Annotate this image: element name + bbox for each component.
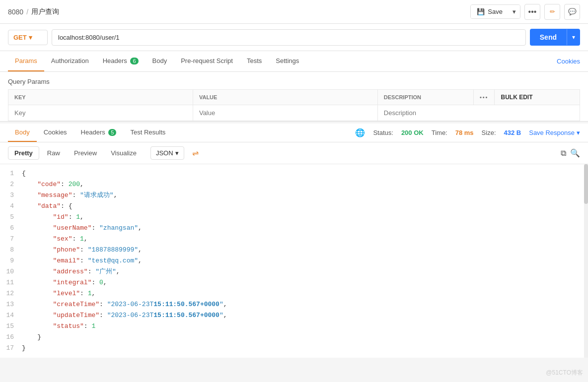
tab-headers[interactable]: Headers 6	[96, 51, 146, 71]
col-description: DESCRIPTION	[377, 90, 473, 105]
response-section: Body Cookies Headers 5 Test Results 🌐 St…	[0, 124, 588, 358]
key-field[interactable]	[14, 109, 187, 117]
line-content-9: "email": "test@qq.com",	[22, 255, 584, 266]
line-content-14: "updateTime": "2023-06-23T15:11:50.567+0…	[22, 310, 584, 321]
tab-pre-request[interactable]: Pre-request Script	[174, 51, 240, 71]
tab-settings-label: Settings	[276, 57, 299, 64]
code-line-15: 15 "status": 1	[0, 321, 588, 332]
format-tabs-group: Pretty Raw Preview Visualize JSON ▾ ⇌	[8, 146, 199, 160]
format-bar-actions: ⧉ 🔍	[561, 148, 580, 158]
line-content-17: }	[22, 343, 584, 354]
format-tab-preview[interactable]: Preview	[68, 147, 103, 159]
tab-body[interactable]: Body	[146, 51, 174, 71]
code-line-7: 7 "sex": 1,	[0, 234, 588, 245]
line-num-2: 2	[4, 179, 22, 190]
save-icon: 💾	[477, 8, 485, 15]
comment-button[interactable]: 💬	[564, 4, 580, 20]
line-num-12: 12	[4, 288, 22, 299]
cookies-link[interactable]: Cookies	[557, 52, 580, 71]
method-select[interactable]: GET ▾	[8, 30, 48, 45]
header-actions: 💾 Save ▾ ••• ✏ 💬	[470, 4, 580, 20]
line-num-4: 4	[4, 201, 22, 212]
url-input[interactable]	[52, 29, 526, 46]
save-dropdown-arrow[interactable]: ▾	[509, 5, 520, 18]
response-tab-test-results[interactable]: Test Results	[123, 124, 172, 142]
response-tab-headers[interactable]: Headers 5	[74, 124, 124, 142]
code-line-2: 2 "code": 200,	[0, 179, 588, 190]
response-tab-cookies[interactable]: Cookies	[37, 124, 74, 142]
code-line-1: 1 {	[0, 168, 588, 179]
line-num-3: 3	[4, 190, 22, 201]
col-key: KEY	[8, 90, 193, 105]
tab-authorization[interactable]: Authorization	[44, 51, 96, 71]
response-tab-body[interactable]: Body	[8, 124, 37, 142]
copy-icon[interactable]: ⧉	[561, 149, 566, 158]
scrollbar-track[interactable]	[584, 164, 588, 358]
send-button-group[interactable]: Send ▾	[530, 29, 580, 46]
col-value: VALUE	[193, 90, 377, 105]
scrollbar-thumb[interactable]	[584, 164, 588, 204]
param-key-input[interactable]	[8, 105, 193, 121]
tab-tests[interactable]: Tests	[240, 51, 269, 71]
tab-authorization-label: Authorization	[51, 57, 89, 64]
save-button[interactable]: 💾 Save	[471, 5, 509, 18]
code-line-11: 11 "integral": 0,	[0, 277, 588, 288]
param-value-input[interactable]	[193, 105, 377, 121]
request-tabs: Params Authorization Headers 6 Body Pre-…	[0, 51, 588, 72]
json-dropdown-arrow: ▾	[175, 149, 179, 157]
send-dropdown-arrow[interactable]: ▾	[567, 29, 580, 45]
line-content-4: "data": {	[22, 201, 584, 212]
line-content-15: "status": 1	[22, 321, 584, 332]
format-tab-pretty[interactable]: Pretty	[8, 146, 39, 160]
line-content-8: "phone": "18878889999",	[22, 245, 584, 255]
more-options-button[interactable]: •••	[524, 4, 540, 20]
save-response-arrow: ▾	[577, 129, 580, 136]
response-headers-badge: 5	[108, 129, 116, 136]
search-icon[interactable]: 🔍	[570, 148, 580, 158]
line-num-15: 15	[4, 321, 22, 332]
response-tabs: Body Cookies Headers 5 Test Results 🌐 St…	[0, 124, 588, 142]
format-tab-visualize[interactable]: Visualize	[105, 147, 143, 159]
code-line-6: 6 "userName": "zhangsan",	[0, 223, 588, 234]
line-num-17: 17	[4, 343, 22, 354]
bulk-edit-label[interactable]: Bulk Edit	[501, 94, 532, 101]
table-row	[8, 105, 580, 121]
send-button[interactable]: Send	[530, 29, 567, 46]
save-button-group[interactable]: 💾 Save ▾	[470, 4, 520, 19]
tab-params[interactable]: Params	[8, 51, 44, 71]
code-line-5: 5 "id": 1,	[0, 212, 588, 223]
headers-badge: 6	[130, 58, 138, 64]
tab-headers-label: Headers	[103, 57, 129, 64]
param-description-input[interactable]	[377, 105, 580, 121]
line-num-13: 13	[4, 299, 22, 310]
json-label: JSON	[156, 149, 173, 157]
wrap-icon[interactable]: ⇌	[192, 148, 199, 158]
tab-name-label: 用户查询	[31, 7, 59, 16]
time-value: 78 ms	[455, 129, 474, 136]
status-label: Status:	[373, 129, 393, 136]
line-content-5: "id": 1,	[22, 212, 584, 223]
tab-params-label: Params	[15, 57, 37, 64]
line-content-16: }	[22, 332, 584, 343]
format-tab-raw[interactable]: Raw	[41, 147, 66, 159]
save-response-button[interactable]: Save Response ▾	[529, 129, 580, 136]
line-num-11: 11	[4, 277, 22, 288]
more-icon: •••	[528, 7, 537, 16]
code-line-13: 13 "createTime": "2023-06-23T15:11:50.56…	[0, 299, 588, 310]
save-response-label: Save Response	[529, 129, 575, 136]
line-content-3: "message": "请求成功",	[22, 190, 584, 201]
tab-pre-request-label: Pre-request Script	[181, 57, 233, 64]
line-content-10: "address": "广州",	[22, 266, 584, 277]
table-more-icon[interactable]: •••	[480, 94, 489, 100]
line-num-14: 14	[4, 310, 22, 321]
line-content-12: "level": 1,	[22, 288, 584, 299]
tab-settings[interactable]: Settings	[269, 51, 306, 71]
code-line-16: 16 }	[0, 332, 588, 343]
edit-button[interactable]: ✏	[544, 4, 560, 20]
line-num-9: 9	[4, 255, 22, 266]
value-field[interactable]	[199, 109, 371, 117]
json-format-select[interactable]: JSON ▾	[150, 146, 184, 160]
breadcrumb: 8080 / 用户查询	[8, 7, 59, 16]
description-field[interactable]	[384, 109, 574, 117]
col-bulk-edit: Bulk Edit	[495, 90, 580, 105]
